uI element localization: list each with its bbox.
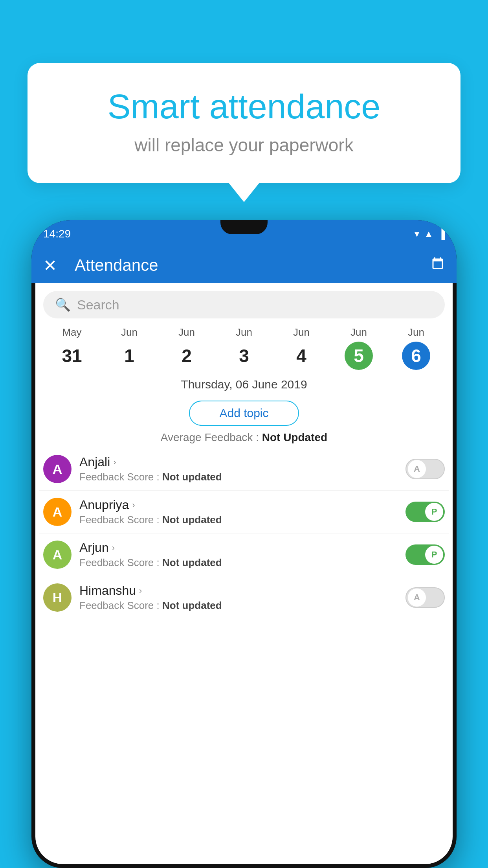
status-icons: ▾ ▲ ▐ [415,228,445,239]
date-month: Jun [121,326,138,338]
status-time: 14:29 [43,228,71,240]
date-col[interactable]: Jun1 [101,326,158,370]
avatar: A [43,541,72,569]
student-name: Arjun › [79,541,398,555]
date-col[interactable]: May31 [43,326,101,370]
phone-notch [220,220,268,234]
date-month: Jun [350,326,367,338]
student-info: Anjali ›Feedback Score : Not updated [79,455,398,483]
chevron-right-icon: › [132,500,135,510]
date-month: Jun [408,326,424,338]
student-list: AAnjali ›Feedback Score : Not updatedAAA… [35,448,453,619]
calendar-button[interactable] [431,257,445,274]
date-day[interactable]: 3 [230,342,258,370]
attendance-toggle[interactable]: A [405,459,445,479]
student-info: Arjun ›Feedback Score : Not updated [79,541,398,569]
close-button[interactable]: ✕ [43,256,67,275]
date-col[interactable]: Jun5 [330,326,387,370]
phone-screen: 🔍 Search May31Jun1Jun2Jun3Jun4Jun5Jun6 T… [35,283,453,864]
student-feedback: Feedback Score : Not updated [79,514,398,526]
attendance-toggle[interactable]: P [405,502,445,522]
search-bar[interactable]: 🔍 Search [43,291,445,318]
toggle-knob: A [408,588,426,607]
date-month: Jun [178,326,195,338]
student-item[interactable]: HHimanshu ›Feedback Score : Not updatedA [39,576,449,619]
date-day[interactable]: 31 [58,342,86,370]
app-header: ✕ Attendance [31,248,457,283]
student-feedback: Feedback Score : Not updated [79,600,398,612]
toggle-knob: A [408,460,426,478]
date-col[interactable]: Jun3 [215,326,273,370]
speech-bubble: Smart attendance will replace your paper… [28,63,460,183]
student-name: Anupriya › [79,498,398,512]
date-col[interactable]: Jun4 [273,326,330,370]
student-name: Himanshu › [79,583,398,598]
avg-feedback-value: Not Updated [262,431,327,443]
avatar: H [43,583,72,612]
attendance-toggle[interactable]: P [405,544,445,565]
chevron-right-icon: › [112,543,115,553]
speech-bubble-subtitle: will replace your paperwork [59,134,429,156]
student-item[interactable]: AAnupriya ›Feedback Score : Not updatedP [39,491,449,533]
date-month: May [62,326,81,338]
avatar: A [43,455,72,483]
student-info: Himanshu ›Feedback Score : Not updated [79,583,398,612]
add-topic-button[interactable]: Add topic [189,401,299,426]
date-day[interactable]: 1 [115,342,143,370]
search-input[interactable]: Search [77,297,119,313]
student-feedback: Feedback Score : Not updated [79,557,398,569]
battery-icon: ▐ [438,228,445,239]
student-item[interactable]: AArjun ›Feedback Score : Not updatedP [39,533,449,576]
add-topic-label: Add topic [219,406,268,420]
date-day[interactable]: 4 [287,342,316,370]
date-month: Jun [236,326,252,338]
header-title: Attendance [67,256,431,275]
student-item[interactable]: AAnjali ›Feedback Score : Not updatedA [39,448,449,491]
toggle-knob: P [425,546,443,564]
avg-feedback-label: Average Feedback : [161,431,262,443]
chevron-right-icon: › [139,586,142,596]
signal-icon: ▲ [424,228,433,239]
avatar: A [43,498,72,526]
date-day[interactable]: 5 [345,342,373,370]
date-day[interactable]: 2 [172,342,201,370]
date-strip: May31Jun1Jun2Jun3Jun4Jun5Jun6 [35,318,453,374]
attendance-toggle[interactable]: A [405,587,445,608]
student-feedback: Feedback Score : Not updated [79,471,398,483]
date-month: Jun [293,326,310,338]
selected-date: Thursday, 06 June 2019 [35,374,453,395]
date-col[interactable]: Jun2 [158,326,215,370]
toggle-knob: P [425,503,443,521]
student-info: Anupriya ›Feedback Score : Not updated [79,498,398,526]
date-day[interactable]: 6 [402,342,430,370]
phone-frame: 14:29 ▾ ▲ ▐ ✕ Attendance 🔍 Search May31J… [31,220,457,868]
avg-feedback: Average Feedback : Not Updated [35,431,453,444]
date-col[interactable]: Jun6 [387,326,445,370]
search-icon: 🔍 [55,297,71,312]
speech-bubble-title: Smart attendance [59,86,429,127]
wifi-icon: ▾ [415,228,419,239]
chevron-right-icon: › [113,457,116,467]
student-name: Anjali › [79,455,398,469]
